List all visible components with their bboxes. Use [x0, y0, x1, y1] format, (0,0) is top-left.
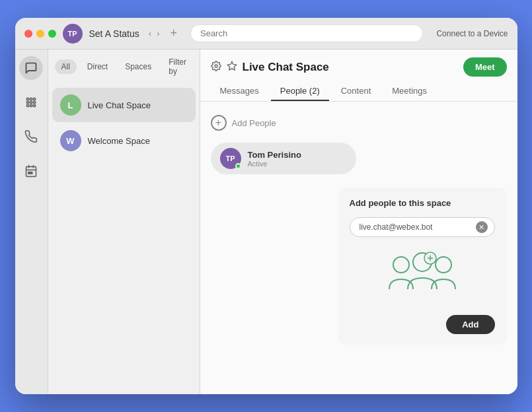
sidebar-item-phone[interactable]: [19, 125, 43, 149]
popup-input-row: ✕: [350, 217, 495, 237]
popup-title: Add people to this space: [350, 198, 451, 208]
minimize-button[interactable]: [36, 30, 44, 38]
space-avatar-livechat: L: [60, 94, 81, 116]
svg-point-5: [33, 101, 35, 103]
maximize-button[interactable]: [48, 30, 56, 38]
space-item-livechat[interactable]: L Live Chat Space: [52, 88, 196, 122]
svg-rect-13: [28, 172, 30, 174]
tab-messages[interactable]: Messages: [211, 82, 268, 101]
sidebar-item-calendar[interactable]: [19, 159, 43, 183]
right-header: Live Chat Space Meet: [200, 50, 517, 77]
svg-point-15: [215, 65, 217, 67]
settings-icon[interactable]: [211, 61, 221, 73]
main-body: All Direct Spaces Filter by L Live Chat: [15, 50, 517, 394]
tab-content[interactable]: Content: [332, 82, 381, 101]
svg-point-6: [26, 104, 28, 106]
add-people-input[interactable]: [360, 223, 472, 232]
content-area: + Add People TP Tom Perisino Active: [200, 102, 517, 394]
traffic-lights: [24, 30, 56, 38]
nav-forward-icon[interactable]: ›: [155, 28, 161, 38]
svg-point-4: [30, 101, 32, 103]
space-name-welcome: Welcome Space: [88, 136, 150, 146]
app-window: TP Set A Status ‹ › + Connect to a Devic…: [15, 18, 517, 394]
person-avatar: TP: [220, 148, 241, 169]
tab-spaces[interactable]: Spaces: [118, 59, 158, 74]
avatar[interactable]: TP: [63, 24, 83, 44]
left-panel: All Direct Spaces Filter by L Live Chat: [48, 50, 200, 394]
svg-point-8: [33, 104, 35, 106]
title-bar: TP Set A Status ‹ › + Connect to a Devic…: [15, 18, 517, 50]
people-illustration: [383, 246, 462, 306]
add-people-label: Add People: [232, 118, 276, 128]
space-list: L Live Chat Space W Welcome Space: [48, 84, 200, 394]
tab-direct[interactable]: Direct: [81, 59, 114, 74]
sidebar-icons: [15, 50, 48, 394]
space-avatar-welcome: W: [60, 130, 81, 151]
filter-tabs: All Direct Spaces Filter by: [48, 50, 200, 84]
meet-button[interactable]: Meet: [463, 57, 507, 77]
person-info: Tom Perisino Active: [248, 150, 301, 168]
space-name-livechat: Live Chat Space: [88, 100, 151, 110]
right-panel: Live Chat Space Meet Messages People (2)…: [200, 50, 517, 394]
svg-point-22: [436, 257, 451, 273]
tab-all[interactable]: All: [55, 59, 77, 74]
sidebar-item-chat[interactable]: [19, 56, 43, 80]
svg-point-3: [26, 101, 28, 103]
tab-meetings[interactable]: Meetings: [383, 82, 436, 101]
star-icon[interactable]: [227, 61, 237, 73]
add-people-icon[interactable]: +: [211, 115, 227, 131]
add-confirm-button[interactable]: Add: [446, 315, 494, 334]
content-tabs: Messages People (2) Content Meetings: [200, 77, 517, 102]
svg-marker-16: [227, 61, 236, 70]
person-row: TP Tom Perisino Active: [211, 143, 356, 174]
sidebar-item-apps[interactable]: [19, 90, 43, 114]
svg-point-0: [26, 98, 28, 100]
space-item-welcome[interactable]: W Welcome Space: [52, 123, 196, 158]
nav-arrows: ‹ ›: [147, 28, 161, 38]
tab-filterby[interactable]: Filter by: [162, 55, 193, 79]
status-dot: [235, 163, 241, 169]
svg-point-17: [393, 257, 409, 273]
status-label[interactable]: Set A Status: [89, 28, 139, 39]
svg-point-7: [30, 104, 32, 106]
person-status: Active: [248, 160, 301, 168]
svg-point-1: [30, 98, 32, 100]
new-space-button[interactable]: +: [170, 26, 177, 40]
search-input[interactable]: [190, 24, 423, 42]
person-name: Tom Perisino: [248, 150, 301, 160]
tab-people[interactable]: People (2): [271, 82, 329, 101]
clear-input-button[interactable]: ✕: [476, 221, 488, 233]
nav-back-icon[interactable]: ‹: [147, 28, 153, 38]
svg-point-2: [33, 98, 35, 100]
connect-device-button[interactable]: Connect to a Device: [436, 29, 508, 38]
space-title: Live Chat Space: [243, 61, 458, 74]
add-people-row[interactable]: + Add People: [211, 111, 507, 135]
add-people-popup: Add people to this space ✕: [338, 188, 507, 345]
close-button[interactable]: [24, 30, 32, 38]
svg-rect-14: [30, 172, 32, 174]
